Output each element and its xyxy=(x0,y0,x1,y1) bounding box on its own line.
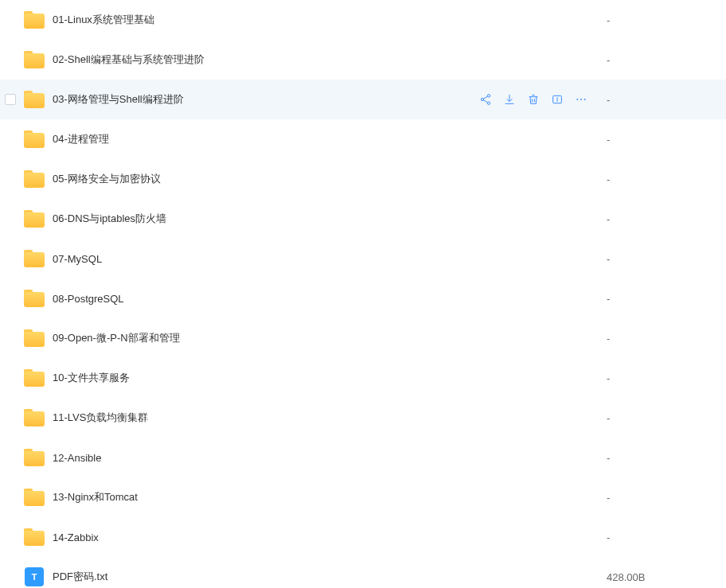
folder-icon xyxy=(24,49,45,70)
folder-icon xyxy=(24,527,45,547)
file-size: - xyxy=(607,412,726,424)
file-row[interactable]: 11-LVS负载均衡集群- xyxy=(0,398,726,438)
more-icon[interactable] xyxy=(575,93,587,106)
folder-icon xyxy=(24,208,45,229)
file-row[interactable]: 12-Ansible- xyxy=(0,438,726,477)
file-name[interactable]: 14-Zabbix xyxy=(53,532,607,543)
folder-icon xyxy=(24,447,45,468)
svg-line-4 xyxy=(483,100,487,103)
file-list: 01-Linux系统管理基础-02-Shell编程基础与系统管理进阶-03-网络… xyxy=(0,0,726,588)
file-name[interactable]: 01-Linux系统管理基础 xyxy=(53,13,607,27)
file-size: - xyxy=(607,94,726,106)
file-row[interactable]: 02-Shell编程基础与系统管理进阶- xyxy=(0,40,726,80)
folder-icon xyxy=(24,129,45,150)
file-size: - xyxy=(607,213,726,225)
folder-icon xyxy=(24,89,45,110)
file-name[interactable]: 05-网络安全与加密协议 xyxy=(53,172,607,186)
file-size: - xyxy=(607,452,726,464)
file-name[interactable]: 02-Shell编程基础与系统管理进阶 xyxy=(53,53,607,67)
file-name[interactable]: 07-MySQL xyxy=(53,253,607,265)
delete-icon[interactable] xyxy=(527,93,540,106)
share-icon[interactable] xyxy=(479,93,492,106)
file-row[interactable]: 03-网络管理与Shell编程进阶- xyxy=(0,80,726,119)
file-row[interactable]: 04-进程管理- xyxy=(0,119,726,159)
svg-point-8 xyxy=(580,99,582,100)
file-row[interactable]: 08-PostgreSQL- xyxy=(0,278,726,318)
svg-point-0 xyxy=(487,95,490,97)
svg-point-7 xyxy=(576,99,578,100)
svg-point-9 xyxy=(584,99,586,100)
file-name[interactable]: 06-DNS与iptables防火墙 xyxy=(53,212,607,226)
file-name[interactable]: 13-Nginx和Tomcat xyxy=(53,490,607,504)
folder-icon xyxy=(24,248,45,269)
folder-icon xyxy=(24,288,45,309)
file-size: - xyxy=(607,253,726,265)
folder-icon xyxy=(24,10,45,30)
file-size: - xyxy=(607,532,726,543)
file-name[interactable]: 04-进程管理 xyxy=(53,132,607,146)
folder-icon xyxy=(24,487,45,508)
folder-icon xyxy=(24,169,45,189)
file-row[interactable]: 07-MySQL- xyxy=(0,239,726,278)
file-row[interactable]: 06-DNS与iptables防火墙- xyxy=(0,199,726,239)
file-row[interactable]: 01-Linux系统管理基础- xyxy=(0,0,726,40)
folder-icon xyxy=(24,368,45,388)
file-size: - xyxy=(607,492,726,504)
folder-icon xyxy=(24,328,45,349)
file-name[interactable]: 09-Open-微-P-N部署和管理 xyxy=(53,331,607,345)
file-name[interactable]: 11-LVS负载均衡集群 xyxy=(53,411,607,425)
folder-icon xyxy=(24,407,45,428)
txt-icon: T xyxy=(24,567,45,587)
file-name[interactable]: 08-PostgreSQL xyxy=(53,293,607,305)
file-row[interactable]: 09-Open-微-P-N部署和管理- xyxy=(0,318,726,358)
file-row[interactable]: 13-Nginx和Tomcat- xyxy=(0,477,726,517)
file-row[interactable]: TPDF密码.txt428.00B xyxy=(0,557,726,588)
file-size: - xyxy=(607,333,726,345)
svg-point-1 xyxy=(481,98,483,100)
file-size: 428.00B xyxy=(607,571,726,583)
row-actions xyxy=(479,93,587,106)
file-name[interactable]: 10-文件共享服务 xyxy=(53,371,607,385)
row-checkbox[interactable] xyxy=(5,94,16,105)
file-name[interactable]: 12-Ansible xyxy=(53,452,607,464)
file-name[interactable]: 03-网络管理与Shell编程进阶 xyxy=(53,92,479,107)
file-size: - xyxy=(607,293,726,305)
file-size: - xyxy=(607,14,726,26)
file-size: - xyxy=(607,173,726,185)
file-size: - xyxy=(607,372,726,384)
file-row[interactable]: 10-文件共享服务- xyxy=(0,358,726,398)
svg-point-2 xyxy=(487,102,490,104)
file-size: - xyxy=(607,54,726,66)
file-size: - xyxy=(607,134,726,146)
file-row[interactable]: 05-网络安全与加密协议- xyxy=(0,159,726,199)
file-name[interactable]: PDF密码.txt xyxy=(53,570,607,584)
download-icon[interactable] xyxy=(503,93,516,106)
file-row[interactable]: 14-Zabbix- xyxy=(0,517,726,557)
svg-line-3 xyxy=(483,96,487,99)
rename-icon[interactable] xyxy=(551,93,564,106)
